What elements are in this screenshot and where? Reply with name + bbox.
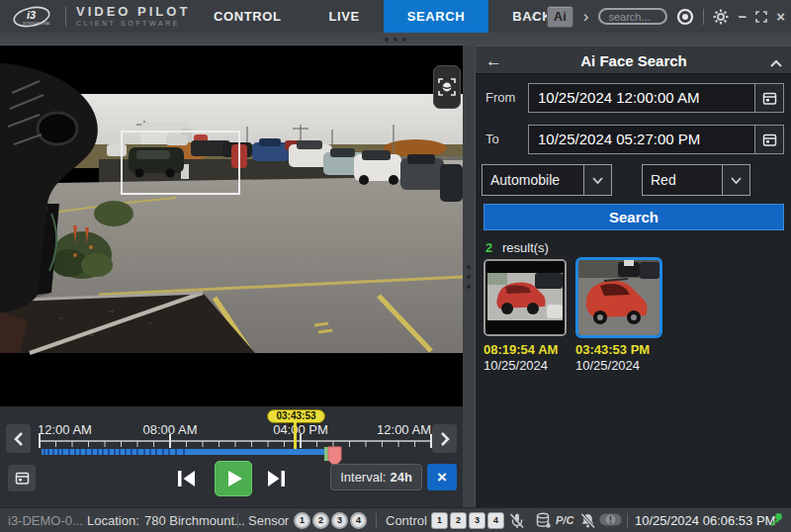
brand-title: VIDEO PILOT (76, 5, 190, 19)
topbar-right-cluster: ‹ Ai › − × (530, 0, 785, 33)
result-thumbnail-2-selected[interactable] (575, 257, 662, 338)
video-frame-scene (0, 45, 463, 406)
chevron-down-icon (592, 177, 603, 184)
control-button-4[interactable]: 4 (487, 512, 504, 529)
from-label: From (485, 83, 515, 113)
ai-mode-icon[interactable]: Ai (547, 6, 573, 28)
pac-icon: P/C (556, 508, 573, 532)
result-time: 08:19:54 AM (483, 342, 558, 357)
interval-label: Interval: (340, 470, 386, 485)
calendar-icon (15, 471, 30, 486)
search-input[interactable] (598, 8, 667, 25)
svg-text:i3: i3 (27, 9, 36, 21)
search-button[interactable]: Search (483, 204, 784, 230)
pin-icon[interactable] (769, 512, 784, 527)
results-count: 2 (485, 240, 492, 255)
gear-icon[interactable] (713, 9, 729, 25)
calendar-icon (762, 91, 777, 106)
tab-search[interactable]: SEARCH (384, 0, 489, 33)
ai-next-icon[interactable]: › (582, 9, 590, 25)
control-button-2[interactable]: 2 (450, 512, 467, 529)
ai-face-search-panel: ← Ai Face Search From 10/25/2024 12:00:0… (475, 45, 791, 507)
result-image-red-suv (578, 260, 659, 335)
control-button-3[interactable]: 3 (469, 512, 485, 529)
i3-logo-icon: i3 INTERNATIONAL (10, 4, 55, 30)
panel-header: ← Ai Face Search (476, 45, 791, 74)
video-canvas (0, 45, 463, 406)
timeline-next-button[interactable] (432, 424, 457, 453)
statusbar-divider (376, 513, 377, 528)
control-label: Control (386, 508, 427, 532)
prev-frame-button[interactable] (172, 464, 200, 493)
next-frame-button[interactable] (263, 464, 291, 493)
location-label: Location: (87, 508, 139, 532)
video-pilot-app: i3 INTERNATIONAL VIDEO PILOT CLIENT SOFT… (0, 0, 791, 532)
sensor-button-3[interactable]: 3 (331, 512, 348, 529)
topbar: i3 INTERNATIONAL VIDEO PILOT CLIENT SOFT… (0, 0, 791, 33)
tab-control[interactable]: CONTROL (190, 0, 305, 33)
vertical-splitter[interactable] (463, 45, 475, 507)
video-pane: 03:43:53 PM 12:00 AM 08:00 AM 04:00 PM 1… (0, 45, 463, 507)
sensor-label: Sensor (248, 508, 289, 532)
chevron-down-icon (731, 177, 742, 184)
result-time: 03:43:53 PM (575, 342, 650, 357)
play-button[interactable] (215, 461, 252, 496)
system-datetime: 10/25/2024 06:06:53 PM (635, 508, 775, 532)
face-scan-icon (438, 77, 456, 97)
calendar-icon (762, 133, 777, 147)
skip-forward-icon (265, 469, 289, 488)
chevron-right-icon (439, 431, 451, 447)
result-thumbnail-1[interactable] (483, 259, 567, 336)
statusbar-divider (627, 513, 628, 528)
to-calendar-button[interactable] (755, 125, 784, 154)
chevron-up-icon (770, 59, 782, 67)
statusbar: i3-DEMO-0... Location: 780 Birchmount...… (0, 507, 791, 532)
tab-live[interactable]: LIVE (305, 0, 383, 33)
maximize-button[interactable] (755, 11, 767, 23)
collapse-panel-button[interactable] (770, 55, 782, 70)
location-value: 780 Birchmount... (144, 508, 245, 532)
minimize-button[interactable]: − (738, 9, 747, 24)
chevron-left-icon (13, 431, 25, 447)
interval-value: 24h (390, 470, 411, 485)
timeline-close-button[interactable]: × (427, 464, 457, 490)
control-button-1[interactable]: 1 (431, 512, 448, 529)
result-image-red-hatchback (485, 261, 565, 334)
ai-prev-icon[interactable]: ‹ (530, 9, 538, 25)
brand-subtitle: CLIENT SOFTWARE (76, 19, 190, 28)
object-type-select[interactable]: Automobile (482, 164, 612, 196)
interval-display: Interval: 24h (330, 464, 422, 490)
color-value: Red (643, 165, 722, 195)
statusbar-divider (237, 513, 238, 528)
horizontal-splitter[interactable] (0, 33, 791, 45)
play-icon (220, 467, 246, 490)
timeline-prev-button[interactable] (6, 424, 31, 453)
result-date: 10/25/2024 (575, 358, 640, 373)
logo-divider (65, 7, 66, 27)
result-date: 10/25/2024 (483, 358, 548, 373)
record-target-icon[interactable] (676, 8, 694, 26)
storage-icon (535, 512, 552, 529)
skip-back-icon (174, 469, 198, 488)
sensor-button-2[interactable]: 2 (312, 512, 329, 529)
timeline-calendar-button[interactable] (8, 465, 36, 491)
svg-text:INTERNATIONAL: INTERNATIONAL (23, 22, 51, 26)
sensor-button-4[interactable]: 4 (350, 512, 367, 529)
microphone-muted-icon[interactable] (508, 512, 525, 529)
to-label: To (485, 125, 499, 154)
close-button[interactable]: × (776, 9, 785, 24)
to-datetime-field[interactable]: 10/25/2024 05:27:00 PM (528, 125, 755, 154)
color-select[interactable]: Red (642, 164, 750, 196)
sensor-button-1[interactable]: 1 (294, 512, 310, 529)
app-logo: i3 INTERNATIONAL VIDEO PILOT CLIENT SOFT… (0, 4, 198, 30)
from-calendar-button[interactable] (755, 83, 784, 113)
notifications-muted-icon[interactable] (579, 512, 596, 529)
alert-status-icon (599, 512, 622, 527)
timeline-current-time-line (294, 422, 297, 449)
face-search-toggle-button[interactable] (433, 65, 461, 109)
results-suffix: result(s) (502, 240, 549, 255)
from-datetime-field[interactable]: 10/25/2024 12:00:00 AM (528, 83, 755, 113)
topbar-divider (703, 9, 704, 25)
object-type-value: Automobile (483, 165, 583, 195)
server-name: i3-DEMO-0... (8, 508, 83, 532)
